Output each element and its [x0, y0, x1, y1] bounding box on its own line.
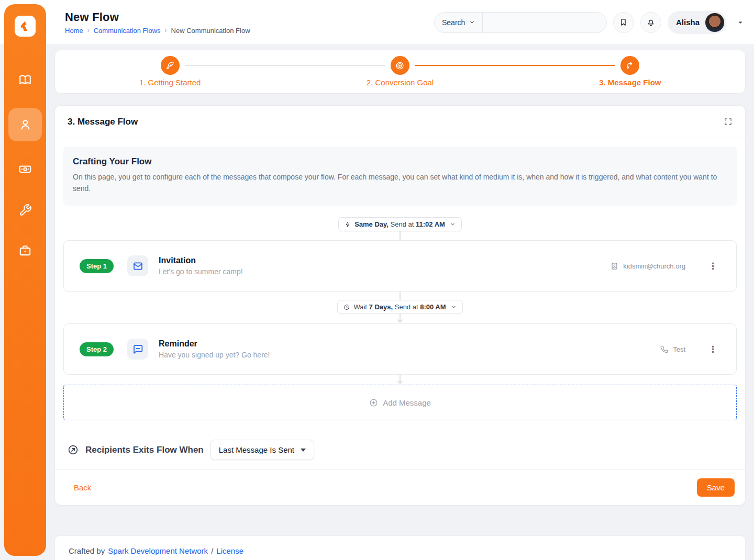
stepper-connector-2: [415, 65, 615, 66]
contact-card-icon: [611, 262, 618, 270]
info-box: Crafting Your Flow On this page, you get…: [63, 147, 737, 206]
step-badge: Step 2: [80, 342, 114, 356]
exit-condition-value: Last Message Is Sent: [219, 445, 294, 454]
sidebar-item-finance[interactable]: [8, 156, 42, 182]
footer-link-license[interactable]: License: [216, 546, 243, 555]
sidebar-item-tools[interactable]: [8, 197, 42, 223]
info-title: Crafting Your Flow: [73, 156, 727, 167]
chat-bubble-icon: [132, 344, 143, 355]
target-icon: [391, 56, 409, 75]
bookmark-button[interactable]: [613, 12, 634, 33]
trigger-text: Send at: [389, 220, 416, 228]
phone-icon: [660, 345, 668, 353]
panel-header: 3. Message Flow: [55, 106, 745, 138]
notifications-button[interactable]: [640, 12, 661, 33]
message-step-card-2[interactable]: Step 2 Reminder Have you signed up yet? …: [63, 323, 737, 375]
wrench-icon: [19, 204, 32, 217]
page-title: New Flow: [65, 10, 250, 24]
arrow-down-connector: [395, 375, 405, 385]
stepper-step-message-flow[interactable]: 3. Message Flow: [515, 50, 745, 93]
message-subtitle: Let's go to summer camp!: [159, 267, 243, 276]
email-medium-tile: [127, 255, 148, 276]
arrow-up-right-circle-icon: [68, 444, 79, 455]
kebab-menu-icon[interactable]: ⋮: [708, 345, 717, 354]
sidebar-item-library[interactable]: [8, 67, 42, 93]
caret-down-icon: [301, 449, 306, 452]
avatar: [705, 13, 725, 32]
message-meta: kidsmin@church.org: [611, 262, 685, 270]
sender-number: Test: [673, 345, 685, 353]
chevron-down-icon: [450, 221, 456, 227]
cash-icon: [18, 162, 32, 176]
chevron-down-icon: [469, 19, 475, 25]
topbar-actions: Search Alisha: [434, 11, 744, 34]
sidebar-item-workplace[interactable]: [8, 238, 42, 264]
search-input[interactable]: [483, 13, 606, 32]
save-button[interactable]: Save: [697, 478, 735, 497]
user-menu[interactable]: Alisha: [668, 11, 726, 34]
connector-line: [396, 292, 404, 300]
rocket-icon: [161, 56, 180, 75]
trigger-bold: 8:00 AM: [420, 303, 446, 311]
flow-builder: Same Day, Send at 11:02 AM Step 1 Invita…: [55, 217, 745, 420]
search-scope-dropdown[interactable]: Search: [435, 13, 483, 32]
expand-icon: [724, 117, 733, 126]
briefcase-icon: [18, 244, 32, 257]
site-footer: Crafted by Spark Development Network / L…: [54, 535, 746, 560]
trigger-bold: 7 Days,: [369, 303, 393, 311]
add-message-button[interactable]: Add Message: [63, 385, 737, 420]
add-message-label: Add Message: [383, 398, 431, 407]
stepper-step-conversion-goal[interactable]: 2. Conversion Goal: [285, 50, 515, 93]
breadcrumb-separator: ›: [87, 27, 90, 34]
rock-logo[interactable]: [15, 16, 36, 37]
trigger-bold: 11:02 AM: [416, 220, 445, 228]
trigger-badge-wait-7-days[interactable]: Wait 7 Days, Send at 8:00 AM: [337, 300, 462, 314]
sender-address: kidsmin@church.org: [623, 262, 685, 270]
info-description: On this page, you get to configure each …: [73, 172, 722, 194]
message-subtitle: Have you signed up yet? Go here!: [159, 351, 270, 359]
back-button[interactable]: Back: [74, 483, 91, 492]
exit-condition-row: Recipients Exits Flow When Last Message …: [55, 430, 745, 469]
sidebar-item-people[interactable]: [8, 108, 42, 141]
footer-link-spark[interactable]: Spark Development Network: [108, 546, 208, 555]
arrow-down-connector: [395, 314, 405, 323]
breadcrumb-separator: ›: [165, 27, 167, 34]
plus-circle-icon: [369, 398, 378, 407]
person-icon: [18, 118, 32, 132]
lightning-icon: [345, 221, 351, 228]
sms-medium-tile: [127, 339, 148, 360]
message-step-card-1[interactable]: Step 1 Invitation Let's go to summer cam…: [63, 240, 737, 292]
stepper-step-getting-started[interactable]: 1. Getting Started: [55, 50, 285, 93]
flow-branch-icon: [620, 56, 639, 75]
user-name: Alisha: [676, 18, 700, 27]
sidebar: [4, 4, 46, 556]
fullscreen-button[interactable]: [724, 117, 733, 126]
breadcrumb: Home › Communication Flows › New Communi…: [65, 27, 250, 35]
chevron-down-icon: [451, 304, 457, 310]
breadcrumb-communication-flows[interactable]: Communication Flows: [94, 27, 161, 35]
breadcrumb-home[interactable]: Home: [65, 27, 83, 35]
envelope-icon: [132, 261, 143, 272]
trigger-text: Wait: [353, 303, 369, 311]
kebab-menu-icon[interactable]: ⋮: [708, 262, 717, 271]
exit-condition-label: Recipients Exits Flow When: [85, 445, 204, 455]
page-heading: New Flow Home › Communication Flows › Ne…: [65, 10, 250, 35]
message-text-block: Invitation Let's go to summer camp!: [159, 256, 243, 276]
search-bar: Search: [434, 12, 607, 33]
message-meta: Test: [660, 345, 685, 353]
breadcrumb-current: New Communication Flow: [171, 27, 250, 35]
clock-icon: [343, 304, 350, 310]
book-icon: [18, 73, 32, 87]
panel-title: 3. Message Flow: [68, 117, 138, 127]
trigger-bold: Same Day,: [354, 220, 389, 228]
search-scope-label: Search: [442, 18, 465, 27]
footer-credit-text: Crafted by: [69, 546, 105, 555]
exit-condition-select[interactable]: Last Message Is Sent: [210, 440, 314, 460]
stepper-label: 2. Conversion Goal: [367, 78, 434, 87]
step-badge: Step 1: [80, 259, 114, 273]
stepper-connector-1: [185, 65, 385, 66]
trigger-badge-same-day[interactable]: Same Day, Send at 11:02 AM: [338, 217, 462, 231]
panel-footer: Back Save: [55, 469, 745, 505]
footer-separator: /: [211, 546, 213, 555]
user-menu-caret-icon[interactable]: [737, 19, 744, 26]
